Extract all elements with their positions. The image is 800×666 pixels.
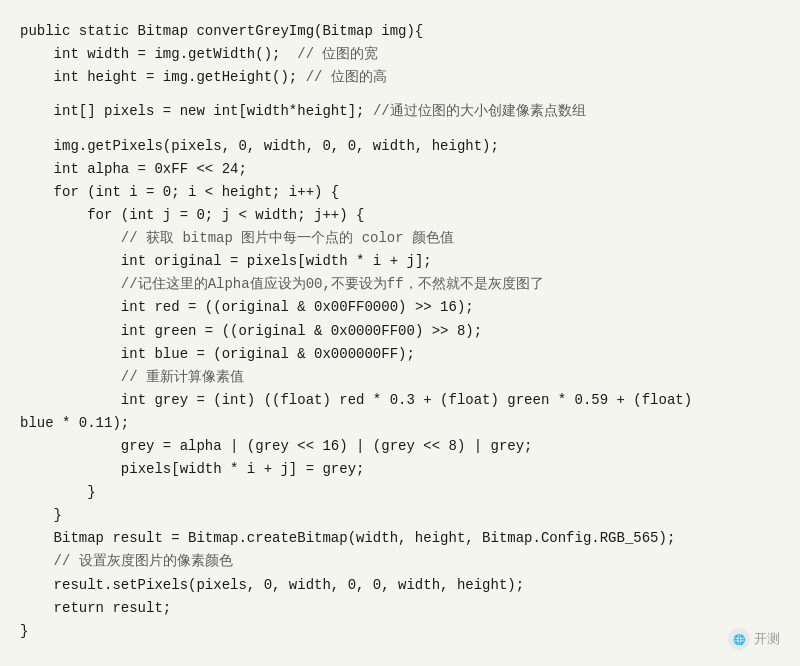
code-line: for (int i = 0; i < height; i++) {	[20, 181, 780, 204]
code-line: }	[20, 504, 780, 527]
code-line: //记住这里的Alpha值应设为00,不要设为ff，不然就不是灰度图了	[20, 273, 780, 296]
code-line: int[] pixels = new int[width*height]; //…	[20, 100, 780, 123]
code-line: int grey = (int) ((float) red * 0.3 + (f…	[20, 389, 780, 412]
watermark-icon: 🌐	[728, 628, 750, 650]
code-line	[20, 89, 780, 100]
code-line: // 设置灰度图片的像素颜色	[20, 550, 780, 573]
code-block: public static Bitmap convertGreyImg(Bitm…	[20, 20, 780, 643]
code-line: blue * 0.11);	[20, 412, 780, 435]
code-line: pixels[width * i + j] = grey;	[20, 458, 780, 481]
code-line: grey = alpha | (grey << 16) | (grey << 8…	[20, 435, 780, 458]
code-line: public static Bitmap convertGreyImg(Bitm…	[20, 20, 780, 43]
watermark-text: 开测	[754, 630, 780, 648]
code-line: int original = pixels[width * i + j];	[20, 250, 780, 273]
code-line: for (int j = 0; j < width; j++) {	[20, 204, 780, 227]
code-line: int height = img.getHeight(); // 位图的高	[20, 66, 780, 89]
code-line: result.setPixels(pixels, 0, width, 0, 0,…	[20, 574, 780, 597]
code-line: // 重新计算像素值	[20, 366, 780, 389]
watermark: 🌐 开测	[728, 628, 780, 650]
code-line: // 获取 bitmap 图片中每一个点的 color 颜色值	[20, 227, 780, 250]
code-line: img.getPixels(pixels, 0, width, 0, 0, wi…	[20, 135, 780, 158]
code-line: int width = img.getWidth(); // 位图的宽	[20, 43, 780, 66]
code-line: int green = ((original & 0x0000FF00) >> …	[20, 320, 780, 343]
code-line: int alpha = 0xFF << 24;	[20, 158, 780, 181]
code-line: }	[20, 481, 780, 504]
code-line: int blue = (original & 0x000000FF);	[20, 343, 780, 366]
code-line: }	[20, 620, 780, 643]
code-line: Bitmap result = Bitmap.createBitmap(widt…	[20, 527, 780, 550]
code-line: int red = ((original & 0x00FF0000) >> 16…	[20, 296, 780, 319]
code-line: return result;	[20, 597, 780, 620]
code-line	[20, 124, 780, 135]
code-container: public static Bitmap convertGreyImg(Bitm…	[0, 0, 800, 666]
